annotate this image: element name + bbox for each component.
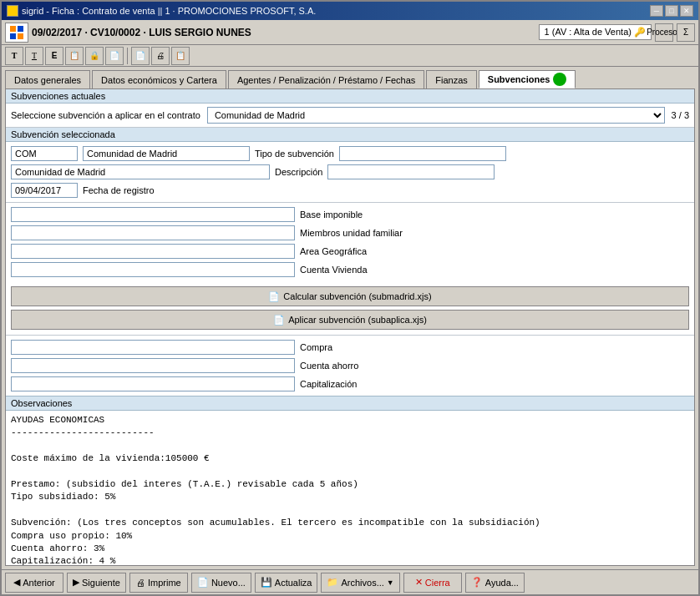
date-label: Fecha de registro [83,185,155,195]
titlebar: sigrid - Ficha : Contrato de venta || 1 … [2,2,698,20]
tab-agentes[interactable]: Agentes / Penalización / Préstamo / Fech… [228,70,424,88]
anterior-arrow-icon: ◀ [13,577,20,588]
field-date[interactable] [11,183,78,198]
field-desc-value[interactable] [11,164,270,179]
svg-rect-1 [18,26,23,32]
siguiente-button[interactable]: ▶ Siguiente [67,573,126,593]
observaciones-textarea[interactable] [6,411,694,565]
window-title: sigrid - Ficha : Contrato de venta || 1 … [22,6,316,16]
page-indicator: 3 / 3 [672,110,689,120]
sigma-button[interactable]: Σ [677,23,695,42]
app-logo [5,23,28,43]
capitalizacion-input[interactable] [11,376,295,391]
actualiza-icon: 💾 [261,577,272,588]
result-row-1: Compra [11,339,689,356]
contract-name: LUIS SERGIO NUNES [149,27,251,38]
toolbar-top: 09/02/2017 · CV10/0002 · LUIS SERGIO NUN… [2,20,698,45]
cuenta-input[interactable] [11,262,295,277]
base-imponible-input[interactable] [11,207,295,222]
miembros-label: Miembros unidad familiar [300,228,403,238]
lock-button[interactable]: 🔒 [85,47,104,65]
print-button[interactable]: 🖨 [151,47,170,65]
anterior-label: Anterior [23,578,55,588]
minimize-button[interactable]: ─ [650,5,663,17]
calc-icon: 📄 [268,291,280,302]
print-icon: 🖨 [136,578,145,588]
svg-rect-0 [10,26,16,32]
svg-rect-3 [18,33,23,39]
cierra-label: Cierra [425,578,450,588]
toolbar-right: 1 (AV : Alta de Venta) 🔑 Procesos Σ [539,23,695,42]
bold-t-button[interactable]: T [5,47,23,65]
ayuda-button[interactable]: ❓ Ayuda... [465,573,525,593]
clip2-button[interactable]: 📄 [105,47,124,65]
miembros-input[interactable] [11,225,295,240]
anterior-button[interactable]: ◀ Anterior [5,573,63,593]
tab-datos-economicos[interactable]: Datos económicos y Cartera [92,70,226,88]
archivos-label: Archivos... [341,578,383,588]
archivos-arrow-icon: ▼ [387,578,394,587]
capitalizacion-label: Capitalización [300,379,357,389]
select-label: Seleccione subvención a aplicar en el co… [11,110,200,120]
svg-rect-2 [10,33,16,39]
nuevo-button[interactable]: 📄 Nuevo... [191,573,251,593]
contract-number: CV10/0002 [90,27,140,38]
tab-subvenciones[interactable]: Subvenciones [479,70,576,88]
calc-fields-area: Base imponible Miembros unidad familiar … [6,202,694,281]
clip1-button[interactable]: 📋 [65,47,84,65]
content-area: Subvenciones actuales Seleccione subvenc… [5,88,695,566]
fields-grid: Tipo de subvención Descripción Fecha de … [6,142,694,202]
procesos-button[interactable]: Procesos [655,23,673,42]
tab-datos-generales[interactable]: Datos generales [5,70,90,88]
siguiente-label: Siguiente [82,578,120,588]
clip3-button[interactable]: 📋 [171,47,190,65]
field-tipo[interactable] [339,146,506,161]
av-badge[interactable]: 1 (AV : Alta de Venta) 🔑 [539,24,652,40]
e-button[interactable]: E [45,47,63,65]
calc-row-2: Miembros unidad familiar [11,225,403,241]
tab-active-indicator [553,73,566,86]
archivos-button[interactable]: 📁 Archivos... ▼ [321,573,399,593]
toolbar2: T T E 📋 🔒 📄 📄 🖨 📋 [2,45,698,67]
field-row-2: Descripción [11,164,689,180]
cierra-icon: ✕ [415,577,423,588]
area-label: Area Geográfica [300,246,367,256]
av-label: 1 (AV : Alta de Venta) [545,27,632,37]
tabs-bar: Datos generales Datos económicos y Carte… [2,67,698,88]
aplicar-button[interactable]: 📄 Aplicar subvención (subaplica.xjs) [11,310,689,330]
calcular-label: Calcular subvención (submadrid.xjs) [283,291,431,301]
calc-row-3: Area Geográfica [11,243,403,260]
compra-input[interactable] [11,340,295,355]
area-input[interactable] [11,244,295,259]
tab-fianzas[interactable]: Fianzas [426,70,477,88]
calc-row-1: Base imponible [11,206,403,223]
doc-button[interactable]: 📄 [131,47,150,65]
archivos-icon: 📁 [327,577,338,588]
close-button[interactable]: ✕ [680,5,693,17]
contract-date: 09/02/2017 [32,27,82,38]
aplicar-icon: 📄 [273,315,285,326]
text-button[interactable]: T [25,47,43,65]
calc-buttons-area: 📄 Calcular subvención (submadrid.xjs) 📄 … [6,281,694,335]
imprime-button[interactable]: 🖨 Imprime [129,573,188,593]
titlebar-left: sigrid - Ficha : Contrato de venta || 1 … [7,5,316,17]
subvencion-select-row: Seleccione subvención a aplicar en el co… [6,104,694,128]
status-bar: ◀ Anterior ▶ Siguiente 🖨 Imprime 📄 Nuevo… [2,569,698,594]
contract-info: 09/02/2017 · CV10/0002 · LUIS SERGIO NUN… [32,27,535,38]
ayuda-icon: ❓ [471,577,483,588]
nuevo-label: Nuevo... [211,578,246,588]
maximize-button[interactable]: □ [665,5,678,17]
field-code[interactable] [11,146,78,161]
cuenta-ahorro-input[interactable] [11,358,295,373]
actualiza-button[interactable]: 💾 Actualiza [255,573,318,593]
desc-label: Descripción [275,167,322,177]
base-label: Base imponible [300,210,363,220]
cierra-button[interactable]: ✕ Cierra [403,573,462,593]
field-name[interactable] [83,146,250,161]
subvencion-dropdown[interactable]: Comunidad de Madrid [207,107,665,124]
titlebar-controls: ─ □ ✕ [650,5,693,17]
calcular-button[interactable]: 📄 Calcular subvención (submadrid.xjs) [11,286,689,306]
cuenta-label: Cuenta Vivienda [300,265,368,275]
nuevo-icon: 📄 [197,577,209,588]
field-desc[interactable] [327,164,495,179]
